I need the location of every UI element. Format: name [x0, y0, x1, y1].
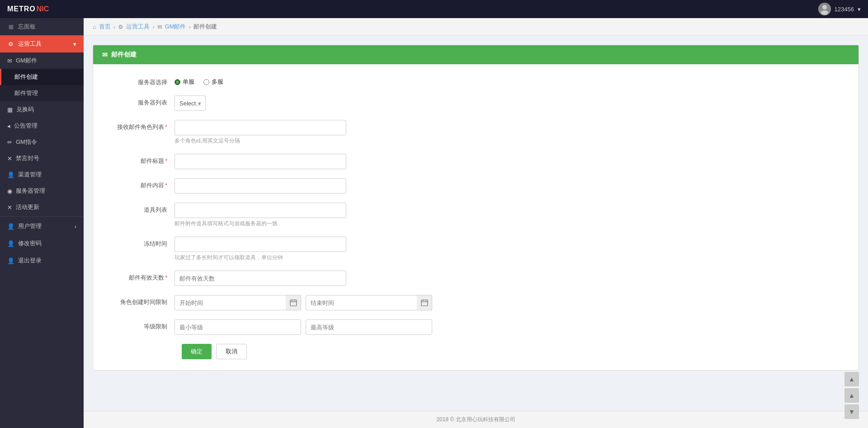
end-cal-btn[interactable] — [417, 295, 432, 310]
breadcrumb-sep-2: › — [152, 24, 154, 30]
ops-icon-bread: ⚙ — [118, 24, 123, 30]
svg-point-2 — [821, 10, 828, 15]
user-chevron-icon[interactable]: ▾ — [858, 6, 861, 13]
change-password-label: 修改密码 — [18, 239, 42, 247]
end-date-wrap — [306, 295, 432, 310]
level-label: 等级限制 — [102, 319, 175, 331]
scroll-top-btn[interactable]: ▲ — [844, 372, 859, 386]
sidebar-item-mail-create[interactable]: 邮件创建 — [0, 69, 84, 85]
freeze-control: 玩家过了多长时间才可以领取道具，单位分钟 — [175, 237, 346, 262]
breadcrumb-sep-1: › — [113, 24, 115, 30]
channel-label: 渠道管理 — [18, 171, 42, 179]
sidebar-item-user-manage[interactable]: 👤 用户管理 ‹ — [0, 218, 84, 235]
breadcrumb-current: 邮件创建 — [193, 23, 217, 31]
gm-mail-icon: ✉ — [7, 57, 12, 64]
form-group-freeze: 冻结时间 玩家过了多长时间才可以领取道具，单位分钟 — [102, 237, 849, 262]
recipients-label: 接收邮件角色列表 — [102, 120, 175, 131]
items-control: 邮件附件道具填写格式与游戏服务器的一致 — [175, 203, 346, 228]
mail-title-label: 邮件标题 — [102, 154, 175, 165]
user-manage-chevron-icon: ‹ — [75, 223, 76, 230]
brand-nic: NIC — [37, 5, 49, 13]
activity-icon: ✕ — [7, 204, 12, 211]
svg-point-1 — [822, 5, 827, 10]
scroll-buttons: ▲ ▲ ▼ — [844, 372, 859, 419]
breadcrumb: ⌂ 首页 › ⚙ 运营工具 › ✉ GM邮件 › 邮件创建 — [84, 18, 868, 36]
channel-icon: 👤 — [7, 171, 14, 178]
form-group-recipients: 接收邮件角色列表 多个角色id,用英文逗号分隔 — [102, 120, 849, 145]
mail-title-input[interactable] — [175, 154, 346, 169]
gm-mail-label: GM邮件 — [16, 57, 37, 65]
sidebar-item-redeem[interactable]: ▦ 兑换码 — [0, 101, 84, 118]
user-area: 123456 ▾ — [818, 3, 861, 15]
sidebar-item-gm-mail[interactable]: ✉ GM邮件 — [0, 52, 84, 69]
freeze-hint: 玩家过了多长时间才可以领取道具，单位分钟 — [175, 254, 346, 262]
scroll-down-btn[interactable]: ▼ — [844, 404, 859, 419]
form-group-server-list: 服务器列表 Select... — [102, 95, 849, 111]
sidebar-item-change-password[interactable]: 👤 修改密码 — [0, 235, 84, 252]
start-cal-btn[interactable] — [286, 295, 301, 310]
items-label: 道具列表 — [102, 203, 175, 214]
announcement-label: 公告管理 — [14, 122, 38, 130]
server-select-control: 单服 多服 — [175, 75, 346, 86]
items-hint: 邮件附件道具填写格式与游戏服务器的一致 — [175, 220, 346, 228]
max-level-input[interactable] — [306, 319, 432, 335]
breadcrumb-sep-3: › — [189, 24, 191, 30]
form-group-level: 等级限制 — [102, 319, 849, 335]
mail-title-control — [175, 154, 346, 169]
sidebar-item-logout[interactable]: 👤 退出登录 — [0, 252, 84, 269]
form-group-items: 道具列表 邮件附件道具填写格式与游戏服务器的一致 — [102, 203, 849, 228]
form-group-mail-title: 邮件标题 — [102, 154, 849, 169]
mail-content-label: 邮件内容 — [102, 178, 175, 190]
min-level-input[interactable] — [175, 319, 301, 335]
sidebar-item-mail-manage[interactable]: 邮件管理 — [0, 85, 84, 101]
start-date-input[interactable] — [175, 295, 301, 310]
freeze-label: 冻结时间 — [102, 237, 175, 248]
announcement-icon: ◂ — [7, 123, 10, 129]
breadcrumb-gm-mail[interactable]: GM邮件 — [165, 23, 186, 31]
sidebar-item-ban[interactable]: ✕ 禁言封号 — [0, 150, 84, 166]
top-navbar: METRO NIC 123456 ▾ — [0, 0, 868, 18]
end-date-input[interactable] — [306, 295, 432, 310]
scroll-up-btn[interactable]: ▲ — [844, 388, 859, 403]
sidebar-item-announcement[interactable]: ◂ 公告管理 — [0, 118, 84, 134]
home-icon: ⌂ — [93, 24, 96, 30]
level-range-row — [175, 319, 849, 335]
brand-metro: METRO — [7, 5, 36, 13]
mail-create-card: ✉ 邮件创建 服务器选择 单服 — [93, 45, 859, 371]
breadcrumb-ops[interactable]: 运营工具 — [126, 23, 150, 31]
sidebar-item-activity[interactable]: ✕ 活动更新 — [0, 199, 84, 215]
sidebar-item-server[interactable]: ◉ 服务器管理 — [0, 183, 84, 199]
sidebar-item-dashboard[interactable]: ⊞ 忘面板 — [0, 18, 84, 35]
form-group-validity: 邮件有效天数 — [102, 271, 849, 286]
breadcrumb-home[interactable]: 首页 — [99, 23, 111, 31]
server-list-select-wrapper: Select... — [175, 95, 206, 111]
form-group-server-select: 服务器选择 单服 多服 — [102, 75, 849, 86]
page-content: ✉ 邮件创建 服务器选择 单服 — [84, 36, 868, 411]
sidebar-item-gm-command[interactable]: ✏ GM指令 — [0, 134, 84, 150]
start-date-wrap — [175, 295, 301, 310]
radio-multi-option[interactable]: 多服 — [203, 78, 223, 86]
radio-single-input[interactable] — [175, 79, 180, 85]
freeze-input[interactable] — [175, 237, 346, 252]
sidebar-item-channel[interactable]: 👤 渠道管理 — [0, 166, 84, 183]
logout-icon: 👤 — [7, 257, 14, 264]
items-input[interactable] — [175, 203, 346, 218]
app-body: ⊞ 忘面板 ⚙ 运营工具 ▾ ✉ GM邮件 邮件创建 邮件管理 ▦ 兑换码 ◂ … — [0, 18, 868, 428]
recipients-input[interactable] — [175, 120, 346, 135]
server-icon: ◉ — [7, 188, 12, 195]
mail-content-input[interactable] — [175, 178, 346, 194]
sidebar-section-ops[interactable]: ⚙ 运营工具 ▾ — [0, 35, 84, 52]
validity-label: 邮件有效天数 — [102, 271, 175, 282]
dashboard-label: 忘面板 — [18, 23, 36, 31]
confirm-button[interactable]: 确定 — [182, 344, 212, 359]
card-body: 服务器选择 单服 多服 — [93, 64, 859, 370]
radio-single-option[interactable]: 单服 — [175, 78, 194, 86]
cancel-button[interactable]: 取消 — [216, 344, 247, 359]
card-title: 邮件创建 — [111, 51, 137, 59]
radio-multi-input[interactable] — [203, 79, 209, 85]
validity-control — [175, 271, 346, 286]
validity-input[interactable] — [175, 271, 346, 286]
user-manage-icon: 👤 — [7, 223, 14, 230]
sidebar: ⊞ 忘面板 ⚙ 运营工具 ▾ ✉ GM邮件 邮件创建 邮件管理 ▦ 兑换码 ◂ … — [0, 18, 84, 428]
server-list-select[interactable]: Select... — [175, 95, 206, 111]
